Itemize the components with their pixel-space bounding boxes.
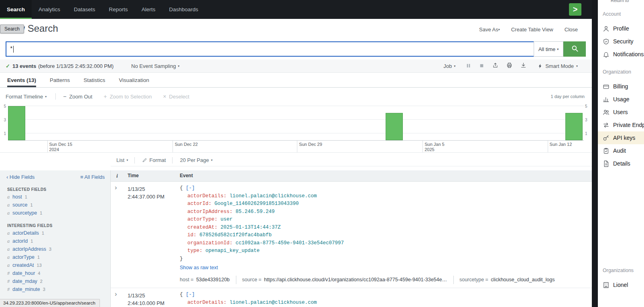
panel-item-notifications[interactable]: Notifications — [598, 48, 644, 61]
panel-item-security[interactable]: Security — [598, 35, 644, 48]
chevron-down-icon: ▾ — [454, 64, 455, 68]
field-type: # — [7, 287, 10, 293]
panel-item-usage[interactable]: Usage — [598, 93, 644, 106]
timeline-bar[interactable] — [8, 106, 25, 140]
field-type: a — [7, 210, 10, 216]
close-button[interactable]: Close — [565, 27, 578, 33]
json-key[interactable]: actorDetails: — [187, 300, 227, 305]
format-timeline-dropdown[interactable]: Format Timeline ▾ — [6, 94, 47, 100]
expand-chevron-icon[interactable]: › — [115, 184, 117, 191]
print-icon[interactable] — [506, 62, 512, 68]
search-button[interactable] — [563, 41, 586, 57]
panel-item-api-keys[interactable]: API keys — [598, 131, 644, 144]
field-link[interactable]: host — [12, 194, 22, 200]
field-link[interactable]: date_minute — [12, 287, 40, 292]
list-view-dropdown[interactable]: List ▾ — [116, 157, 128, 163]
zoom-out-button[interactable]: − Zoom Out — [63, 93, 92, 100]
expand-chevron-icon[interactable]: › — [115, 291, 117, 298]
field-link[interactable]: actorDetails — [12, 230, 39, 236]
panel-item-label: API keys — [613, 135, 635, 141]
download-icon[interactable] — [520, 62, 526, 68]
nav-item-alerts[interactable]: Alerts — [135, 0, 163, 19]
y-axis-label: 1 — [585, 131, 587, 136]
collapse-json-link[interactable]: [-] — [186, 185, 195, 191]
field-link[interactable]: source — [12, 202, 28, 208]
json-key[interactable]: type: — [187, 248, 203, 254]
tab-statistics[interactable]: Statistics — [83, 75, 105, 87]
json-value[interactable]: cc1092aa-8775-459e-9401-33e54ec07997 — [233, 240, 344, 246]
nav-item-reports[interactable]: Reports — [102, 0, 134, 19]
return-link[interactable]: Return to — [611, 0, 629, 3]
field-row-date-hour: #date_hour4 — [0, 269, 110, 277]
json-value[interactable]: openapi_key_update — [203, 248, 260, 254]
panel-item-profile[interactable]: Profile — [598, 22, 644, 35]
save-as-button[interactable]: Save As ▾ — [479, 27, 500, 33]
field-link[interactable]: actorType — [12, 254, 35, 260]
json-key[interactable]: actorType: — [187, 217, 217, 222]
meta-host[interactable]: host = 53de4339120b — [180, 276, 236, 284]
json-key[interactable]: id: — [187, 232, 197, 238]
json-value[interactable]: 678526d582c1f20fac4babfb — [197, 232, 272, 238]
splunk-logo-icon[interactable]: > — [569, 3, 581, 16]
timeline-bar[interactable] — [386, 113, 403, 140]
json-value[interactable]: lionel.palacin@clickhouse.com — [227, 193, 317, 199]
nav-item-dashboards[interactable]: Dashboards — [162, 0, 205, 19]
event-timestamp[interactable]: 1/13/252:44:37.000 PM — [128, 185, 165, 201]
field-link[interactable]: createdAt — [12, 262, 34, 268]
share-icon[interactable] — [492, 62, 498, 68]
selected-fields-header: SELECTED FIELDS — [7, 187, 110, 192]
all-fields-button[interactable]: ≡ All Fields — [80, 174, 105, 180]
json-key[interactable]: actorIpAddress: — [187, 209, 233, 215]
event-sampling-dropdown[interactable]: No Event Sampling ▾ — [131, 63, 179, 69]
json-key[interactable]: actorDetails: — [187, 193, 227, 199]
json-value[interactable]: Google_114602629918513043390 — [211, 201, 299, 207]
json-key[interactable]: createdAt: — [187, 225, 217, 230]
json-key[interactable]: actorId: — [187, 201, 211, 207]
search-mode-dropdown[interactable]: Smart Mode ▾ — [538, 63, 578, 69]
json-value[interactable]: user — [217, 217, 233, 222]
tab-visualization[interactable]: Visualization — [119, 75, 149, 87]
deselect-button[interactable]: × Deselect — [163, 93, 189, 100]
panel-item-lionel[interactable]: Lionel — [598, 278, 644, 291]
field-link[interactable]: actorIpAddress — [12, 246, 46, 252]
timeline-bar[interactable] — [565, 113, 583, 140]
time-range-picker[interactable]: All time ▾ — [534, 41, 563, 57]
field-link[interactable]: actorId — [12, 238, 28, 244]
zoom-to-selection-button[interactable]: + Zoom to Selection — [104, 93, 152, 100]
json-value[interactable]: 2025-01-13T14:44:37Z — [217, 225, 281, 230]
field-count: 1 — [30, 203, 33, 207]
panel-item-private-endpoints[interactable]: Private Endpoints — [598, 119, 644, 131]
panel-item-details[interactable]: Details — [598, 157, 644, 170]
divider — [134, 157, 135, 164]
panel-item-audit[interactable]: Audit — [598, 144, 644, 157]
json-value[interactable]: 85.246.59.249 — [233, 209, 275, 215]
meta-sourcetype[interactable]: sourcetype = clickhouse_cloud_audit_logs — [453, 276, 561, 284]
stop-icon[interactable] — [479, 63, 484, 68]
collapse-json-link[interactable]: [-] — [186, 292, 195, 297]
meta-source[interactable]: source = https://api.clickhouse.cloud/v1… — [236, 276, 453, 284]
json-key[interactable]: organizationId: — [187, 240, 233, 246]
nav-item-analytics[interactable]: Analytics — [32, 0, 67, 19]
show-raw-link[interactable]: Show as raw text — [180, 264, 592, 272]
fields-sidebar: ‹ Hide Fields ≡ All Fields SELECTED FIEL… — [0, 170, 111, 307]
x-axis-label: Sun Dec 22 — [175, 142, 197, 147]
pause-icon[interactable] — [466, 63, 471, 68]
format-results-button[interactable]: Format — [142, 157, 166, 163]
json-value[interactable]: lionel.palacin@clickhouse.com — [227, 300, 317, 305]
panel-item-billing[interactable]: Billing — [598, 80, 644, 93]
field-link[interactable]: date_mday — [12, 278, 37, 284]
per-page-dropdown[interactable]: 20 Per Page ▾ — [180, 157, 212, 163]
panel-item-users[interactable]: Users — [598, 106, 644, 119]
nav-item-search[interactable]: Search — [0, 0, 32, 19]
field-link[interactable]: date_hour — [12, 270, 35, 276]
hide-fields-button[interactable]: ‹ Hide Fields — [6, 174, 35, 180]
tab-patterns[interactable]: Patterns — [50, 75, 70, 87]
search-input[interactable]: * — [6, 41, 537, 57]
job-menu[interactable]: Job ▾ — [443, 63, 455, 69]
event-timestamp[interactable]: 1/13/252:44:10.000 PM — [128, 292, 165, 307]
tab-events-13[interactable]: Events (13) — [7, 75, 36, 87]
field-link[interactable]: sourcetype — [12, 210, 37, 216]
nav-item-datasets[interactable]: Datasets — [67, 0, 102, 19]
create-table-view-button[interactable]: Create Table View — [511, 27, 553, 33]
result-tabs: Events (13)PatternsStatisticsVisualizati… — [0, 75, 592, 88]
